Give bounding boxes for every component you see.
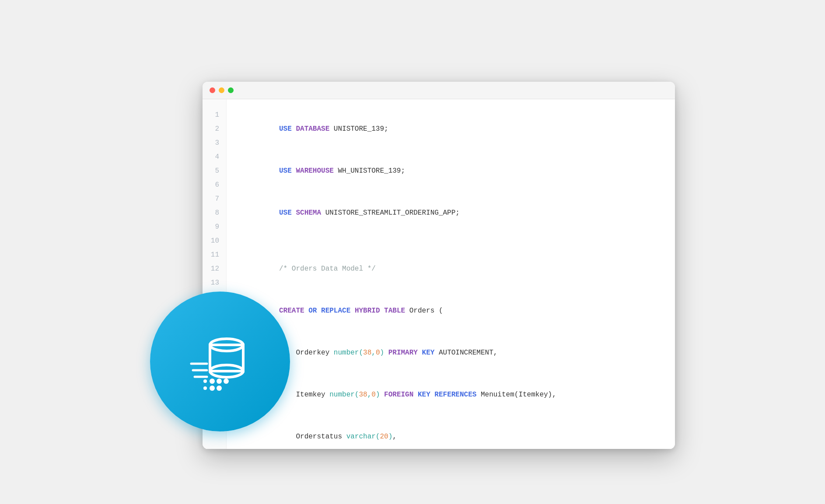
token: FOREIGN	[384, 391, 413, 399]
code-line-2: USE WAREHOUSE WH_UNISTORE_139;	[237, 150, 664, 192]
code-line-3: USE SCHEMA UNISTORE_STREAMLIT_ORDERING_A…	[237, 192, 664, 234]
line-num-10: 10	[211, 234, 219, 248]
line-num-6: 6	[215, 178, 219, 192]
token: SCHEMA	[296, 209, 321, 217]
token: KEY	[422, 349, 435, 357]
code-line-8: Itemkey number(38,0) FOREIGN KEY REFEREN…	[237, 374, 664, 416]
token: 38	[363, 349, 371, 357]
token	[380, 307, 384, 315]
code-line-1: USE DATABASE UNISTORE_139;	[237, 108, 664, 150]
database-svg-icon	[185, 327, 255, 396]
titlebar	[203, 82, 675, 99]
line-num-5: 5	[215, 164, 219, 178]
line-num-9: 9	[215, 220, 219, 234]
token: Orderstatus	[279, 433, 346, 441]
token: CREATE	[279, 307, 304, 315]
line-num-8: 8	[215, 206, 219, 220]
token	[317, 307, 321, 315]
token: ,	[371, 349, 376, 357]
line-num-2: 2	[215, 122, 219, 136]
maximize-button[interactable]	[228, 87, 234, 93]
line-num-11: 11	[211, 248, 219, 262]
token: )	[380, 349, 384, 357]
token: HYBRID	[355, 307, 380, 315]
close-button[interactable]	[210, 87, 215, 93]
token: DATABASE	[296, 125, 329, 133]
svg-point-6	[210, 379, 215, 384]
token: USE	[279, 125, 296, 133]
token: PRIMARY	[388, 349, 418, 357]
token: UNISTORE_139;	[329, 125, 388, 133]
token	[350, 307, 355, 315]
token: 20	[380, 433, 388, 441]
token: REPLACE	[321, 307, 350, 315]
token: Menuitem(Itemkey),	[476, 391, 556, 399]
token: varchar(	[346, 433, 380, 441]
svg-point-7	[217, 379, 222, 384]
token: USE	[279, 209, 296, 217]
svg-point-8	[224, 379, 229, 384]
token: 0	[371, 391, 376, 399]
token	[430, 391, 435, 399]
database-icon-circle	[150, 292, 290, 431]
token: number(	[329, 391, 359, 399]
minimize-button[interactable]	[219, 87, 224, 93]
token	[413, 391, 418, 399]
svg-point-10	[217, 386, 222, 391]
token: WAREHOUSE	[296, 167, 333, 175]
token: Itemkey	[279, 391, 329, 399]
code-line-7: Orderkey number(38,0) PRIMARY KEY AUTOIN…	[237, 332, 664, 374]
token: )	[388, 433, 393, 441]
token	[304, 307, 309, 315]
token: Orders (	[405, 307, 443, 315]
token: AUTOINCREMENT,	[434, 349, 497, 357]
token	[384, 349, 388, 357]
line-num-4: 4	[215, 150, 219, 164]
token: ,	[392, 433, 397, 441]
token: OR	[308, 307, 317, 315]
token: TABLE	[384, 307, 405, 315]
token: 38	[359, 391, 367, 399]
token: USE	[279, 167, 296, 175]
token: /* Orders Data Model */	[279, 265, 376, 273]
svg-point-11	[203, 379, 207, 383]
line-num-1: 1	[215, 108, 219, 122]
token	[380, 391, 384, 399]
svg-point-9	[210, 386, 215, 391]
token: WH_UNISTORE_139;	[334, 167, 405, 175]
token: KEY	[418, 391, 430, 399]
code-line-9: Orderstatus varchar(20),	[237, 416, 664, 449]
code-content[interactable]: USE DATABASE UNISTORE_139; USE WAREHOUSE…	[227, 99, 675, 449]
code-line-5: /* Orders Data Model */	[237, 248, 664, 290]
code-line-4	[237, 234, 664, 248]
token	[418, 349, 422, 357]
line-num-12: 12	[211, 262, 219, 276]
line-num-13: 13	[211, 276, 219, 290]
token: UNISTORE_STREAMLIT_ORDERING_APP;	[321, 209, 460, 217]
token: number(	[334, 349, 363, 357]
scene: 1 2 3 4 5 6 7 8 9 10 11 12 13 14 15 USE …	[150, 56, 675, 449]
token: ,	[367, 391, 372, 399]
token: REFERENCES	[434, 391, 476, 399]
line-num-3: 3	[215, 136, 219, 150]
svg-point-12	[203, 386, 207, 390]
code-line-6: CREATE OR REPLACE HYBRID TABLE Orders (	[237, 290, 664, 332]
line-num-7: 7	[215, 192, 219, 206]
